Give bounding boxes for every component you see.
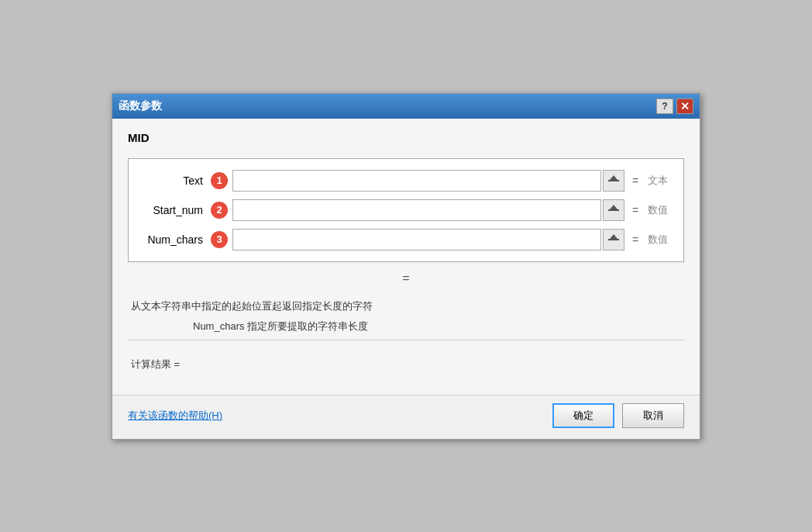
param-input-wrap-0: 1: [211, 170, 624, 192]
collapse-btn-0[interactable]: [603, 170, 624, 192]
param-eq-0: =: [632, 174, 643, 187]
help-title-button[interactable]: ?: [656, 98, 673, 114]
param-badge-2: 3: [211, 231, 228, 248]
description-area: 从文本字符串中指定的起始位置起返回指定长度的字符 Num_chars 指定所要提…: [128, 293, 684, 340]
param-row: Num_chars 3 = 数值: [141, 229, 671, 250]
param-input-0[interactable]: [232, 170, 601, 192]
svg-rect-0: [608, 180, 619, 181]
title-buttons: ? ✕: [656, 98, 693, 114]
help-link[interactable]: 有关该函数的帮助(H): [128, 409, 222, 423]
param-label-1: Start_num: [141, 204, 211, 216]
param-input-1[interactable]: [232, 199, 601, 221]
btn-group: 确定 取消: [552, 403, 684, 428]
calc-area: 计算结果 =: [128, 351, 684, 382]
param-label-0: Text: [141, 174, 211, 187]
dialog-body: MID Text 1 = 文本 Start_num 2: [112, 119, 700, 395]
svg-marker-1: [610, 175, 618, 180]
svg-marker-3: [610, 205, 618, 209]
param-badge-1: 2: [211, 202, 228, 219]
param-type-0: 文本: [648, 174, 671, 188]
param-row: Text 1 = 文本: [141, 170, 671, 192]
desc-main: 从文本字符串中指定的起始位置起返回指定长度的字符: [131, 299, 681, 313]
desc-param: Num_chars 指定所要提取的字符串长度: [131, 320, 681, 333]
function-params-dialog: 函数参数 ? ✕ MID Text 1 = 文本: [112, 93, 700, 440]
svg-rect-2: [608, 209, 619, 211]
ok-button[interactable]: 确定: [552, 403, 614, 428]
param-input-2[interactable]: [232, 229, 601, 250]
bottom-bar: 有关该函数的帮助(H) 确定 取消: [112, 395, 700, 439]
param-label-2: Num_chars: [141, 233, 211, 246]
title-bar: 函数参数 ? ✕: [112, 94, 700, 119]
collapse-btn-1[interactable]: [603, 199, 624, 221]
param-type-2: 数值: [648, 233, 671, 247]
params-area: Text 1 = 文本 Start_num 2: [128, 158, 684, 262]
function-name: MID: [128, 131, 684, 147]
equals-symbol: =: [128, 271, 684, 285]
close-button[interactable]: ✕: [676, 98, 693, 114]
dialog-title: 函数参数: [119, 99, 162, 113]
param-badge-0: 1: [211, 172, 228, 189]
param-row: Start_num 2 = 数值: [141, 199, 671, 221]
param-input-wrap-1: 2: [211, 199, 624, 221]
param-eq-2: =: [632, 233, 643, 246]
svg-marker-5: [610, 234, 618, 239]
cancel-button[interactable]: 取消: [622, 403, 684, 428]
param-type-1: 数值: [648, 203, 671, 217]
calc-label: 计算结果 =: [131, 358, 180, 370]
svg-rect-4: [608, 239, 619, 240]
param-input-wrap-2: 3: [211, 229, 624, 250]
collapse-btn-2[interactable]: [603, 229, 624, 250]
param-eq-1: =: [632, 204, 643, 216]
